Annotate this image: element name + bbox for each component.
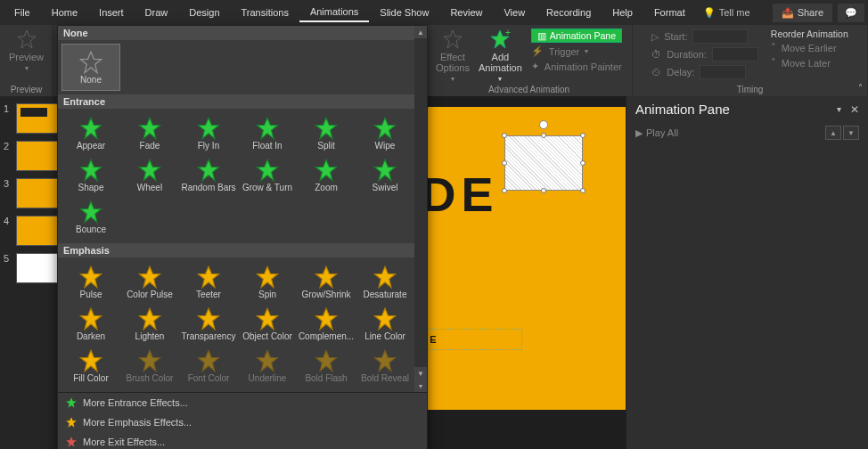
gallery-item-fly-in[interactable]: Fly In bbox=[179, 112, 238, 154]
entrance-star-icon bbox=[373, 116, 397, 141]
gallery-item-pulse[interactable]: Pulse bbox=[61, 261, 120, 303]
tab-slide-show[interactable]: Slide Show bbox=[369, 4, 439, 21]
gallery-item-random-bars[interactable]: Random Bars bbox=[179, 154, 238, 196]
close-icon[interactable]: ✕ bbox=[850, 103, 859, 116]
tab-draw[interactable]: Draw bbox=[135, 4, 179, 21]
start-row: ▷ Start: bbox=[651, 29, 758, 45]
gallery-item-fill-color[interactable]: Fill Color bbox=[61, 345, 120, 387]
tab-file[interactable]: File bbox=[4, 4, 41, 21]
scroll-down-button[interactable]: ▼ bbox=[414, 367, 427, 380]
tell-me-search[interactable]: 💡 Tell me bbox=[696, 7, 757, 19]
entrance-star-icon bbox=[137, 158, 162, 183]
tab-view[interactable]: View bbox=[493, 4, 536, 21]
move-later-label: Move Later bbox=[782, 58, 831, 69]
tab-design[interactable]: Design bbox=[178, 4, 230, 21]
gallery-header-emphasis: Emphasis bbox=[58, 243, 427, 257]
move-down-button[interactable]: ▼ bbox=[843, 126, 859, 140]
gallery-footer: More Entrance Effects... More Emphasis E… bbox=[58, 392, 427, 449]
comments-button[interactable]: 💬 bbox=[838, 4, 864, 22]
comment-icon: 💬 bbox=[845, 7, 857, 18]
entrance-star-icon bbox=[255, 158, 280, 183]
more-entrance-effects[interactable]: More Entrance Effects... bbox=[58, 393, 427, 412]
exit-star-icon bbox=[65, 436, 78, 448]
resize-handle[interactable] bbox=[502, 160, 507, 166]
animation-painter-button[interactable]: ✦ Animation Painter bbox=[531, 60, 622, 73]
move-up-button[interactable]: ▲ bbox=[825, 126, 841, 140]
share-label: Share bbox=[798, 7, 823, 18]
gallery-item-complemen-[interactable]: Complemen... bbox=[297, 303, 356, 345]
gallery-item-object-color[interactable]: Object Color bbox=[238, 303, 297, 345]
gallery-item-teeter[interactable]: Teeter bbox=[179, 261, 238, 303]
tab-recording[interactable]: Recording bbox=[536, 4, 602, 21]
gallery-item-transparency[interactable]: Transparency bbox=[179, 303, 238, 345]
duration-input[interactable] bbox=[712, 47, 758, 61]
selected-shape[interactable] bbox=[504, 135, 583, 191]
gallery-item-shape[interactable]: Shape bbox=[61, 154, 120, 196]
resize-handle[interactable] bbox=[580, 160, 585, 166]
gallery-item-swivel[interactable]: Swivel bbox=[356, 154, 414, 196]
gallery-item-darken[interactable]: Darken bbox=[61, 303, 120, 345]
gallery-item-appear[interactable]: Appear bbox=[61, 112, 120, 154]
move-earlier-button[interactable]: ˄ Move Earlier bbox=[771, 41, 848, 54]
more-exit-effects[interactable]: More Exit Effects... bbox=[58, 432, 427, 449]
pane-options-button[interactable]: ▾ bbox=[837, 104, 841, 114]
tab-help[interactable]: Help bbox=[602, 4, 643, 21]
gallery-item-line-color[interactable]: Line Color bbox=[356, 303, 414, 345]
svg-text:+: + bbox=[505, 29, 511, 37]
gallery-header-entrance: Entrance bbox=[58, 94, 427, 109]
ribbon-collapse-button[interactable]: ˄ bbox=[858, 83, 863, 93]
gallery-item-font-color: Font Color bbox=[179, 345, 238, 387]
start-dropdown[interactable] bbox=[692, 29, 748, 44]
tab-home[interactable]: Home bbox=[41, 4, 88, 21]
gallery-item-float-in[interactable]: Float In bbox=[238, 112, 297, 154]
entrance-star-icon bbox=[314, 158, 339, 183]
gallery-item-color-pulse[interactable]: Color Pulse bbox=[120, 261, 179, 303]
tab-format[interactable]: Format bbox=[643, 4, 696, 21]
resize-handle[interactable] bbox=[541, 188, 546, 193]
preview-button[interactable]: Preview ▾ bbox=[9, 29, 44, 72]
effect-options-button[interactable]: Effect Options ▾ bbox=[436, 29, 470, 83]
resize-handle[interactable] bbox=[580, 133, 585, 138]
gallery-item-lighten[interactable]: Lighten bbox=[120, 303, 179, 345]
gallery-item-none[interactable]: None bbox=[61, 44, 120, 91]
tab-animations[interactable]: Animations bbox=[299, 3, 369, 22]
more-emphasis-effects[interactable]: More Emphasis Effects... bbox=[58, 412, 427, 432]
animation-pane-toggle[interactable]: ▥ Animation Pane bbox=[531, 29, 622, 43]
resize-handle[interactable] bbox=[580, 188, 585, 193]
start-play-icon: ▷ bbox=[651, 31, 659, 43]
gallery-item-label: Wipe bbox=[375, 141, 396, 151]
play-all-button[interactable]: ▶ Play All bbox=[635, 127, 678, 139]
gallery-item-spin[interactable]: Spin bbox=[238, 261, 297, 303]
gallery-item-wheel[interactable]: Wheel bbox=[120, 154, 179, 196]
gallery-item-wipe[interactable]: Wipe bbox=[356, 112, 414, 154]
move-later-button[interactable]: ˅ Move Later bbox=[771, 56, 848, 69]
scroll-up-button[interactable]: ▲ bbox=[414, 26, 427, 38]
thumb-number: 4 bbox=[4, 216, 12, 246]
gallery-item-bounce[interactable]: Bounce bbox=[61, 196, 120, 238]
gallery-item-grow-turn[interactable]: Grow & Turn bbox=[238, 154, 297, 196]
rotate-handle[interactable] bbox=[539, 120, 548, 129]
gallery-item-grow-shrink[interactable]: Grow/Shrink bbox=[297, 261, 356, 303]
resize-handle[interactable] bbox=[541, 133, 546, 138]
gallery-item-desaturate[interactable]: Desaturate bbox=[356, 261, 414, 303]
gallery-item-label: Bold Reveal bbox=[361, 373, 409, 383]
share-button[interactable]: 📤 Share bbox=[773, 4, 832, 22]
resize-handle[interactable] bbox=[502, 133, 507, 138]
add-animation-button[interactable]: + Add Animation ▾ bbox=[479, 29, 522, 83]
resize-handle[interactable] bbox=[502, 188, 507, 193]
gallery-item-fade[interactable]: Fade bbox=[120, 112, 179, 154]
move-earlier-label: Move Earlier bbox=[782, 43, 837, 53]
gallery-more-button[interactable]: ▾ bbox=[414, 380, 427, 392]
tab-insert[interactable]: Insert bbox=[88, 4, 135, 21]
tab-review[interactable]: Review bbox=[439, 4, 493, 21]
gallery-scrollbar[interactable]: ▲ ▼ ▾ bbox=[414, 26, 427, 392]
gallery-item-split[interactable]: Split bbox=[297, 112, 356, 154]
emphasis-star-icon bbox=[314, 306, 339, 331]
ribbon-group-preview: Preview ▾ Preview bbox=[0, 25, 53, 96]
trigger-button[interactable]: ⚡ Trigger ▾ bbox=[531, 45, 622, 58]
emphasis-grid: PulseColor PulseTeeterSpinGrow/ShrinkDes… bbox=[58, 257, 427, 392]
delay-input[interactable] bbox=[700, 65, 746, 79]
tab-transitions[interactable]: Transitions bbox=[231, 4, 299, 21]
gallery-item-zoom[interactable]: Zoom bbox=[297, 154, 356, 196]
gallery-item-label: Font Color bbox=[188, 373, 230, 383]
